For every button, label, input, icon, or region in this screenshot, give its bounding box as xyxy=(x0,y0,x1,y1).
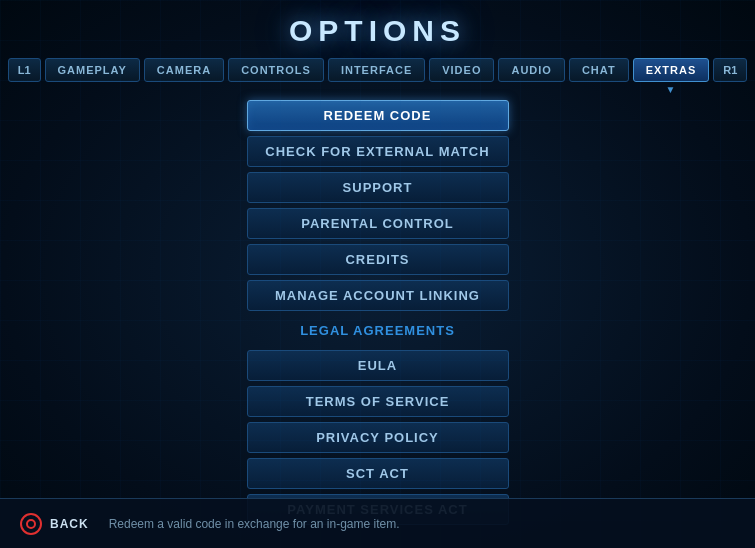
page-title: OPTIONS xyxy=(0,0,755,58)
menu-item-sct-act[interactable]: SCT ACT xyxy=(247,458,509,489)
tab-interface[interactable]: INTERFACE xyxy=(328,58,425,82)
tab-l1[interactable]: L1 xyxy=(8,58,41,82)
tab-camera[interactable]: CAMERA xyxy=(144,58,224,82)
circle-icon xyxy=(20,513,42,535)
menu-item-privacy-policy[interactable]: PRIVACY POLICY xyxy=(247,422,509,453)
tab-extras[interactable]: EXTRAS xyxy=(633,58,710,82)
tab-controls[interactable]: CONTROLS xyxy=(228,58,324,82)
tab-r1[interactable]: R1 xyxy=(713,58,747,82)
bottom-hint: Redeem a valid code in exchange for an i… xyxy=(109,517,400,531)
menu-area: REDEEM CODE CHECK FOR EXTERNAL MATCH SUP… xyxy=(0,90,755,525)
menu-item-redeem-code[interactable]: REDEEM CODE xyxy=(247,100,509,131)
menu-label-legal-agreements: LEGAL AGREEMENTS xyxy=(247,316,509,345)
tab-video[interactable]: VIDEO xyxy=(429,58,494,82)
tab-chat[interactable]: CHAT xyxy=(569,58,629,82)
menu-item-manage-account-linking[interactable]: MANAGE ACCOUNT LINKING xyxy=(247,280,509,311)
menu-item-eula[interactable]: EULA xyxy=(247,350,509,381)
tab-audio[interactable]: AUDIO xyxy=(498,58,564,82)
tab-bar: L1 GAMEPLAY CAMERA CONTROLS INTERFACE VI… xyxy=(0,58,755,90)
menu-item-support[interactable]: SUPPORT xyxy=(247,172,509,203)
tab-gameplay[interactable]: GAMEPLAY xyxy=(45,58,140,82)
bottom-bar: BACK Redeem a valid code in exchange for… xyxy=(0,498,755,548)
menu-item-credits[interactable]: CREDITS xyxy=(247,244,509,275)
menu-item-check-external-match[interactable]: CHECK FOR EXTERNAL MATCH xyxy=(247,136,509,167)
back-button[interactable]: BACK xyxy=(20,513,89,535)
menu-item-terms-of-service[interactable]: TERMS OF SERVICE xyxy=(247,386,509,417)
circle-inner-icon xyxy=(26,519,36,529)
back-label: BACK xyxy=(50,517,89,531)
menu-item-parental-control[interactable]: PARENTAL CONTROL xyxy=(247,208,509,239)
